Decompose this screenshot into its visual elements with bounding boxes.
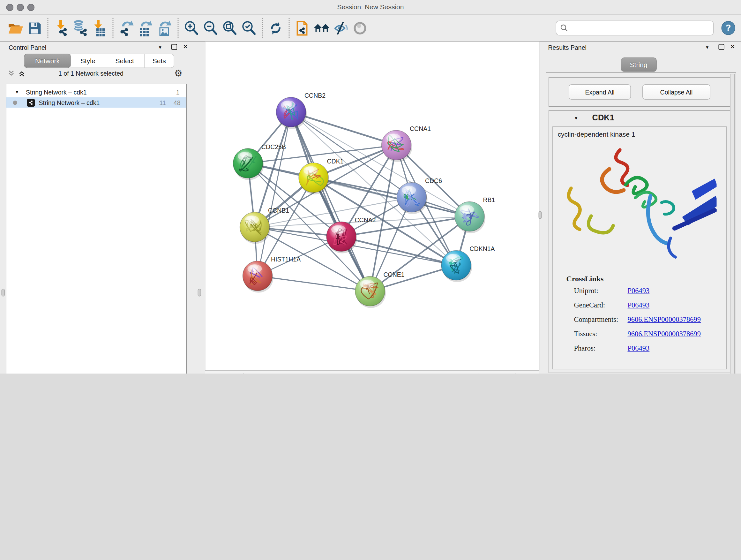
gene-description: cyclin-dependent kinase 1	[558, 130, 635, 138]
main-toolbar: ?	[0, 15, 741, 42]
zoom-in-button[interactable]	[182, 17, 201, 39]
node-CDK1[interactable]: CDK1	[299, 158, 344, 195]
crosslinks-list: Uniprot:P06493 GeneCard:P06493 Compartme…	[574, 287, 701, 359]
network-options-gear-icon[interactable]: ⚙	[174, 68, 183, 78]
node-CCNB2[interactable]: CCNB2	[276, 92, 326, 129]
crosslink-uniprot-link[interactable]: P06493	[628, 287, 650, 295]
tab-style[interactable]: Style	[71, 54, 105, 68]
toolbar-separator	[178, 18, 179, 38]
node-HIST1H1A[interactable]: HIST1H1A	[243, 256, 301, 293]
crosslink-compartments-link[interactable]: 9606.ENSP00000378699	[628, 316, 701, 323]
close-panel-icon[interactable]: ✕	[183, 44, 188, 50]
gene-section: ▼ CDK1 cyclin-dependent kinase 1	[549, 110, 731, 373]
crosslink-label: Compartments:	[574, 316, 628, 324]
expand-all-button[interactable]: Expand All	[569, 84, 631, 100]
pane-drag-handle[interactable]	[198, 289, 201, 297]
tree-expand-icon[interactable]: ▼	[15, 90, 19, 94]
node-RB1[interactable]: RB1	[455, 196, 495, 233]
crosslink-genecard-link[interactable]: P06493	[628, 301, 650, 309]
network-from-document-button[interactable]	[293, 17, 312, 39]
node-CCNA1[interactable]: CCNA1	[382, 125, 431, 162]
collapse-panel-icon[interactable]: ▼	[705, 46, 710, 50]
export-image-button[interactable]	[155, 17, 174, 39]
edge-CCNB2-CCNE1	[291, 112, 370, 291]
question-mark-icon: ?	[726, 23, 731, 33]
export-network-button[interactable]	[117, 17, 136, 39]
results-panel: Results Panel ▼ ✕ String Expand All Coll…	[542, 42, 741, 374]
crosslink-row: Tissues:9606.ENSP00000378699	[574, 330, 701, 345]
crosslink-tissues-link[interactable]: 9606.ENSP00000378699	[628, 330, 701, 338]
section-collapse-icon[interactable]: ▼	[574, 117, 578, 121]
node-label-RB1: RB1	[483, 196, 495, 203]
application-window: Session: New Session	[0, 0, 741, 374]
document-share-icon	[295, 19, 310, 37]
node-label-CDKN1A: CDKN1A	[470, 245, 495, 252]
open-session-button[interactable]	[6, 17, 25, 39]
network-tree: ▼ String Network – cdk1 1 String Network…	[6, 84, 187, 374]
protein-structure-image	[563, 144, 717, 270]
edge-CCNB2-HIST1H1A	[258, 112, 291, 276]
crosslink-pharos-link[interactable]: P06493	[628, 345, 650, 352]
collapse-all-button[interactable]: Collapse All	[643, 84, 711, 100]
pane-drag-handle[interactable]	[539, 211, 542, 219]
crosslink-row: GeneCard:P06493	[574, 301, 701, 316]
export-network-icon	[118, 19, 135, 37]
network-type-icon	[27, 98, 35, 107]
node-label-CCNB2: CCNB2	[305, 92, 326, 99]
float-panel-icon[interactable]	[172, 44, 177, 50]
collection-count: 1	[176, 88, 180, 96]
zoom-selected-button[interactable]	[239, 17, 259, 39]
network-selected-count: 1 of 1 Network selected	[0, 70, 182, 77]
help-button[interactable]: ?	[722, 21, 736, 35]
save-session-button[interactable]	[25, 17, 44, 39]
search-input[interactable]	[571, 24, 710, 32]
gene-detail-box: cyclin-dependent kinase 1	[552, 126, 727, 369]
home-networks-button[interactable]	[312, 17, 331, 39]
edge-HIST1H1A-CCNE1	[258, 276, 370, 291]
edge-CCNB2-CCNA1	[291, 112, 396, 145]
database-network-icon	[72, 19, 89, 37]
node-label-CCNA1: CCNA1	[410, 125, 431, 132]
zoom-fit-button[interactable]	[220, 17, 239, 39]
results-panel-title: Results Panel	[548, 44, 587, 51]
toolbar-separator	[113, 18, 114, 38]
toolbar-separator	[289, 18, 290, 38]
string-network-graph[interactable]: CCNB2CCNA1CDC25BCDK1CDC6RB1CCNB1CCNA2CDK…	[205, 42, 539, 370]
hide-unhide-button[interactable]	[331, 17, 350, 39]
import-network-file-button[interactable]	[52, 17, 71, 39]
network-canvas[interactable]: CCNB2CCNA1CDC25BCDK1CDC6RB1CCNB1CCNA2CDK…	[205, 42, 540, 370]
refresh-button[interactable]	[266, 17, 285, 39]
close-panel-icon[interactable]: ✕	[730, 44, 735, 50]
search-field[interactable]	[556, 21, 714, 36]
eye-slash-icon	[333, 21, 349, 35]
toolbar-separator	[262, 18, 263, 38]
tab-select[interactable]: Select	[105, 54, 145, 68]
zoom-in-icon	[184, 20, 199, 36]
zoom-out-button[interactable]	[201, 17, 220, 39]
tab-sets[interactable]: Sets	[145, 54, 174, 68]
collapse-panel-icon[interactable]: ▼	[158, 46, 162, 50]
network-collection-label: String Network – cdk1	[26, 88, 87, 96]
node-label-CDK1: CDK1	[327, 158, 344, 165]
pane-drag-handle[interactable]	[2, 289, 5, 297]
tab-string[interactable]: String	[621, 57, 657, 72]
crosslink-row: Pharos:P06493	[574, 345, 701, 359]
export-table-icon	[138, 19, 153, 37]
zoom-selected-icon	[241, 20, 257, 36]
toolbar-divider	[516, 373, 516, 374]
show-graphics-details-button[interactable]	[350, 17, 369, 39]
tab-network[interactable]: Network	[24, 54, 71, 68]
network-collection-row[interactable]: ▼ String Network – cdk1 1	[6, 87, 186, 98]
export-table-button[interactable]	[136, 17, 155, 39]
float-panel-icon[interactable]	[719, 44, 724, 50]
export-image-icon	[157, 19, 172, 37]
node-label-CCNA2: CCNA2	[355, 216, 376, 224]
refresh-icon	[269, 20, 283, 36]
results-scrollbar[interactable]	[730, 74, 735, 374]
import-network-database-button[interactable]	[71, 17, 90, 39]
open-folder-icon	[7, 21, 23, 35]
network-row-selected[interactable]: String Network – cdk1 11 48	[6, 98, 186, 108]
crosslink-row: Uniprot:P06493	[574, 287, 701, 301]
zoom-out-icon	[203, 20, 218, 36]
import-table-file-button[interactable]	[90, 17, 109, 39]
